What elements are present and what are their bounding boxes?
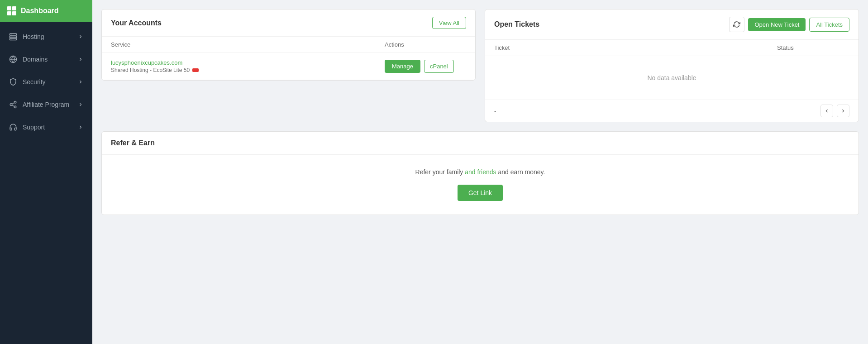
refer-card-title: Refer & Earn xyxy=(111,139,155,147)
svg-point-8 xyxy=(14,101,16,104)
chevron-right-icon xyxy=(840,108,846,114)
refresh-button[interactable] xyxy=(729,17,744,32)
sidebar-header[interactable]: Dashboard xyxy=(0,0,92,22)
tickets-card: Open Tickets Open New Ticket All Tickets… xyxy=(485,9,859,122)
chevron-right-icon xyxy=(78,102,83,107)
accounts-card-title: Your Accounts xyxy=(111,19,162,27)
status-dot-red xyxy=(192,68,199,72)
sidebar: Dashboard Hosting Domains Security xyxy=(0,0,92,344)
open-new-ticket-button[interactable]: Open New Ticket xyxy=(748,18,806,31)
sidebar-item-label: Hosting xyxy=(23,33,44,40)
sidebar-item-label: Affiliate Program xyxy=(23,101,69,108)
view-all-button[interactable]: View All xyxy=(432,17,466,29)
sidebar-header-title: Dashboard xyxy=(21,7,59,15)
sidebar-item-security[interactable]: Security xyxy=(0,71,92,93)
accounts-card-header: Your Accounts View All xyxy=(102,10,475,37)
table-row: lucysphoenixcupcakes.com Shared Hosting … xyxy=(102,53,475,80)
svg-point-4 xyxy=(11,37,12,38)
share-icon xyxy=(9,100,17,109)
sidebar-item-support[interactable]: Support xyxy=(0,116,92,139)
svg-point-3 xyxy=(11,34,12,35)
sidebar-item-label: Security xyxy=(23,78,46,86)
chevron-left-icon xyxy=(824,108,830,114)
prev-page-button[interactable] xyxy=(820,105,833,117)
get-link-button[interactable]: Get Link xyxy=(458,185,503,201)
next-page-button[interactable] xyxy=(837,105,849,117)
ticket-column-header: Ticket xyxy=(494,44,777,51)
refer-card: Refer & Earn Refer your family and frien… xyxy=(101,131,859,215)
globe-icon xyxy=(9,55,17,63)
sidebar-nav: Hosting Domains Security Affiliate xyxy=(0,22,92,139)
refresh-icon xyxy=(733,21,740,28)
refer-card-header: Refer & Earn xyxy=(102,132,858,155)
service-link[interactable]: lucysphoenixcupcakes.com xyxy=(111,59,385,66)
refer-text-before: Refer your family xyxy=(415,168,465,176)
tickets-card-header: Open Tickets Open New Ticket All Tickets xyxy=(485,10,858,40)
sidebar-item-label: Domains xyxy=(23,56,48,63)
svg-point-10 xyxy=(14,106,16,108)
svg-point-5 xyxy=(11,39,12,40)
sidebar-item-domains[interactable]: Domains xyxy=(0,48,92,71)
svg-line-11 xyxy=(12,105,14,106)
chevron-right-icon xyxy=(78,79,83,85)
manage-button[interactable]: Manage xyxy=(385,60,420,73)
tickets-table-header: Ticket Status xyxy=(485,40,858,56)
refer-text-after: and earn money. xyxy=(496,168,545,176)
grid-icon xyxy=(7,6,16,15)
headset-icon xyxy=(9,123,17,131)
main-content: Your Accounts View All Service Actions l… xyxy=(92,0,868,344)
refer-card-body: Refer your family and friends and earn m… xyxy=(102,155,858,215)
svg-line-12 xyxy=(12,103,14,104)
service-info: lucysphoenixcupcakes.com Shared Hosting … xyxy=(111,59,385,73)
actions-column-header: Actions xyxy=(385,41,466,48)
accounts-card: Your Accounts View All Service Actions l… xyxy=(101,9,476,81)
cards-row: Your Accounts View All Service Actions l… xyxy=(101,9,859,122)
all-tickets-button[interactable]: All Tickets xyxy=(809,18,849,32)
sidebar-item-hosting[interactable]: Hosting xyxy=(0,25,92,48)
shield-icon xyxy=(9,78,17,86)
no-data-message: No data available xyxy=(485,56,858,100)
tickets-card-title: Open Tickets xyxy=(494,20,725,29)
cpanel-button[interactable]: cPanel xyxy=(424,60,454,73)
chevron-right-icon xyxy=(78,34,83,39)
server-icon xyxy=(9,33,17,41)
sidebar-item-affiliate[interactable]: Affiliate Program xyxy=(0,93,92,116)
service-subtitle: Shared Hosting - EcoSite Lite 50 xyxy=(111,67,385,73)
chevron-right-icon xyxy=(78,57,83,62)
status-column-header: Status xyxy=(777,44,849,51)
accounts-table-header: Service Actions xyxy=(102,37,475,53)
svg-point-9 xyxy=(10,104,12,106)
service-column-header: Service xyxy=(111,41,385,48)
sidebar-item-label: Support xyxy=(23,124,45,131)
page-info: - xyxy=(494,108,817,115)
refer-text: Refer your family and friends and earn m… xyxy=(111,168,849,176)
refer-text-highlight: and friends xyxy=(465,168,496,176)
pagination: - xyxy=(485,100,858,122)
chevron-right-icon xyxy=(78,124,83,130)
actions-col: Manage cPanel xyxy=(385,60,466,73)
